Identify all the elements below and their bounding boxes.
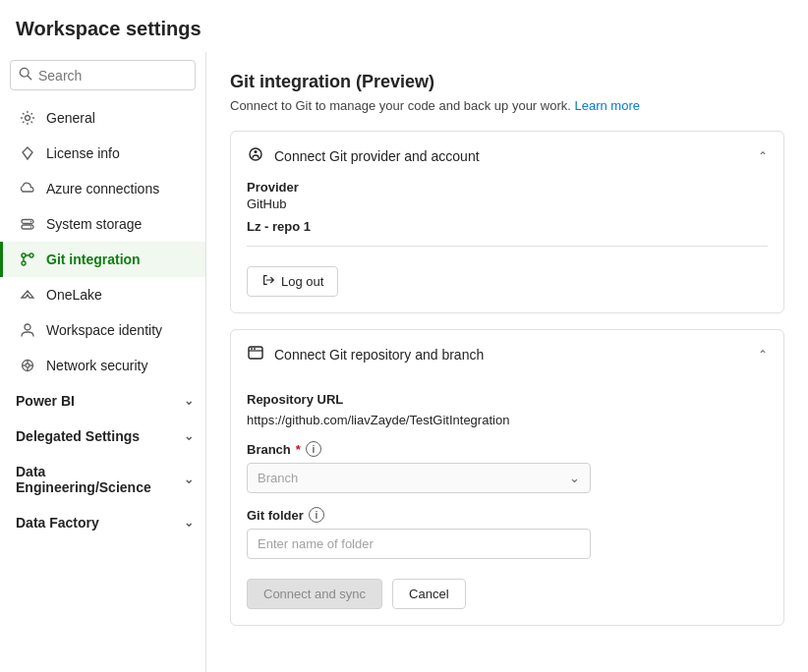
- main-area: General License info Azure connect: [0, 52, 808, 672]
- nav-section-data-engineering[interactable]: Data Engineering/Science ⌄: [0, 454, 205, 505]
- sidebar-item-onelake-label: OneLake: [46, 287, 102, 303]
- card-git-repo: Connect Git repository and branch ⌃ Repo…: [230, 329, 784, 626]
- subtitle-text: Connect to Git to manage your code and b…: [230, 98, 571, 113]
- git-folder-input[interactable]: [247, 529, 591, 559]
- cancel-button[interactable]: Cancel: [392, 579, 465, 609]
- sidebar-item-system-storage[interactable]: System storage: [0, 206, 205, 242]
- card-git-repo-title: Connect Git repository and branch: [274, 347, 484, 363]
- branch-select[interactable]: Branch ⌄: [247, 463, 591, 493]
- card1-collapse-icon[interactable]: ⌃: [758, 149, 768, 163]
- storage-icon: [19, 215, 36, 233]
- branch-chevron-icon: ⌄: [569, 471, 580, 485]
- sidebar-item-license-info[interactable]: License info: [0, 136, 205, 171]
- sidebar: General License info Azure connect: [0, 52, 206, 672]
- connect-sync-button[interactable]: Connect and sync: [247, 579, 382, 609]
- card-git-provider-title: Connect Git provider and account: [274, 148, 480, 164]
- provider-label: Provider: [247, 180, 768, 195]
- nav-section-data-engineering-label: Data Engineering/Science: [16, 464, 184, 495]
- repo-label: Lz - repo 1: [247, 219, 768, 234]
- svg-point-8: [29, 253, 33, 257]
- sidebar-item-license-info-label: License info: [46, 145, 120, 161]
- chevron-down-icon: ⌄: [184, 429, 194, 443]
- action-buttons: Connect and sync Cancel: [247, 579, 768, 609]
- branch-required: *: [296, 442, 301, 457]
- onelake-icon: [19, 286, 36, 304]
- svg-point-10: [25, 324, 30, 330]
- git-folder-label: Git folder i: [247, 507, 768, 523]
- card2-collapse-icon[interactable]: ⌃: [758, 348, 768, 362]
- svg-point-16: [254, 348, 256, 350]
- chevron-down-icon: ⌄: [184, 516, 194, 530]
- nav-section-data-factory-label: Data Factory: [16, 515, 99, 531]
- card1-divider: [247, 246, 768, 247]
- branch-label: Branch * i: [247, 441, 768, 457]
- sidebar-item-git-integration-label: Git integration: [46, 252, 141, 267]
- svg-point-11: [26, 364, 29, 367]
- diamond-icon: [19, 144, 36, 162]
- svg-point-7: [22, 253, 26, 257]
- sidebar-item-system-storage-label: System storage: [46, 216, 142, 232]
- sidebar-item-azure-connections-label: Azure connections: [46, 181, 159, 196]
- search-box[interactable]: [10, 60, 196, 90]
- sidebar-item-network-security-label: Network security: [46, 358, 147, 373]
- content-title: Git integration (Preview): [230, 72, 784, 92]
- cloud-icon: [19, 180, 36, 197]
- git-folder-info-icon: i: [309, 507, 324, 523]
- content-subtitle: Connect to Git to manage your code and b…: [230, 98, 784, 113]
- sidebar-item-azure-connections[interactable]: Azure connections: [0, 171, 205, 206]
- repo-url-value: https://github.com/liavZayde/TestGitInte…: [247, 413, 768, 427]
- sidebar-item-onelake[interactable]: OneLake: [0, 277, 205, 312]
- card-git-provider-header[interactable]: Connect Git provider and account ⌃: [231, 132, 783, 180]
- card-header-left: Connect Git provider and account: [247, 145, 480, 166]
- svg-point-13: [255, 150, 258, 153]
- logout-icon: [261, 273, 275, 290]
- network-icon: [19, 357, 36, 374]
- sidebar-item-workspace-identity[interactable]: Workspace identity: [0, 312, 205, 348]
- repo-icon: [247, 344, 264, 364]
- provider-value: GitHub: [247, 196, 768, 211]
- git-icon: [19, 251, 36, 268]
- content-area: Git integration (Preview) Connect to Git…: [206, 52, 808, 672]
- branch-info-icon: i: [306, 441, 321, 457]
- page-title: Workspace settings: [0, 0, 808, 52]
- chevron-down-icon: ⌄: [184, 473, 194, 486]
- search-icon: [19, 67, 32, 84]
- git-provider-icon: [247, 145, 264, 166]
- card-git-provider: Connect Git provider and account ⌃ Provi…: [230, 131, 784, 313]
- learn-more-link[interactable]: Learn more: [575, 98, 640, 113]
- identity-icon: [19, 321, 36, 339]
- search-input[interactable]: [38, 68, 187, 84]
- sidebar-item-general-label: General: [46, 110, 95, 126]
- svg-line-1: [28, 76, 31, 80]
- repo-url-label: Repository URL: [247, 392, 768, 407]
- nav-section-delegated-settings[interactable]: Delegated Settings ⌄: [0, 419, 205, 454]
- svg-point-9: [22, 261, 26, 265]
- branch-placeholder: Branch: [258, 471, 298, 485]
- svg-point-15: [251, 348, 253, 350]
- nav-section-power-bi-label: Power BI: [16, 393, 75, 409]
- page-layout: Workspace settings: [0, 0, 808, 672]
- card-git-repo-body: Repository URL https://github.com/liavZa…: [231, 392, 783, 625]
- card-repo-header-left: Connect Git repository and branch: [247, 344, 484, 364]
- svg-point-5: [30, 221, 32, 223]
- logout-label: Log out: [281, 274, 323, 289]
- sidebar-item-git-integration[interactable]: Git integration: [0, 242, 205, 277]
- chevron-down-icon: ⌄: [184, 394, 194, 408]
- sidebar-item-workspace-identity-label: Workspace identity: [46, 322, 162, 338]
- card-git-provider-body: Provider GitHub Lz - repo 1 Log out: [231, 180, 783, 312]
- logout-button[interactable]: Log out: [247, 266, 338, 297]
- card-git-repo-header[interactable]: Connect Git repository and branch ⌃: [231, 330, 783, 378]
- svg-point-2: [26, 116, 30, 121]
- nav-section-power-bi[interactable]: Power BI ⌄: [0, 383, 205, 419]
- svg-rect-14: [249, 347, 262, 359]
- nav-section-delegated-settings-label: Delegated Settings: [16, 428, 140, 444]
- sidebar-item-general[interactable]: General: [0, 100, 205, 136]
- svg-point-6: [30, 226, 32, 228]
- sidebar-item-network-security[interactable]: Network security: [0, 348, 205, 383]
- gear-icon: [19, 109, 36, 127]
- nav-section-data-factory[interactable]: Data Factory ⌄: [0, 505, 205, 540]
